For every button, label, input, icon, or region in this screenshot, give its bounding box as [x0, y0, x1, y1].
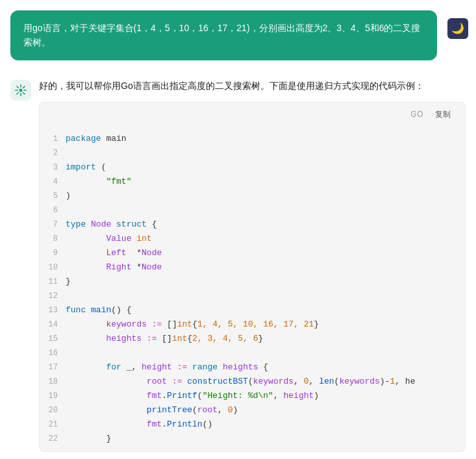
- line-code: }: [66, 275, 465, 289]
- line-number: 10: [40, 260, 66, 275]
- ai-message: 好的，我可以帮你用Go语言画出指定高度的二叉搜索树。下面是使用递归方式实现的代码…: [0, 71, 476, 459]
- code-line: 14 keywords := []int{1, 4, 5, 10, 16, 17…: [40, 317, 465, 332]
- line-code: heights := []int{2, 3, 4, 5, 6}: [66, 332, 465, 346]
- line-code: [66, 146, 465, 160]
- line-number: 2: [40, 146, 66, 160]
- user-message-text: 用go语言，对于关键字集合(1，4，5，10，16，17，21)，分别画出高度为…: [23, 23, 420, 47]
- code-line: 17 for _, height := range heights {: [40, 360, 465, 375]
- code-line: 22 }: [40, 432, 465, 446]
- code-line: 1 package main: [40, 132, 465, 146]
- code-line: 9 Left *Node: [40, 246, 465, 260]
- line-number: 17: [40, 360, 66, 375]
- line-code: "fmt": [66, 175, 465, 189]
- moon-icon: 🌙: [451, 20, 464, 37]
- line-number: 11: [40, 275, 66, 289]
- line-code: package main: [66, 132, 465, 146]
- line-number: 7: [40, 217, 66, 232]
- line-number: 1: [40, 132, 66, 146]
- line-number: 18: [40, 375, 66, 389]
- line-number: 9: [40, 246, 66, 260]
- line-number: 19: [40, 389, 66, 403]
- line-code: [66, 289, 465, 303]
- code-line: 3 import (: [40, 160, 465, 175]
- code-line: 4 "fmt": [40, 175, 465, 189]
- code-line: 11 }: [40, 275, 465, 289]
- line-number: 21: [40, 417, 66, 432]
- user-icon: 🌙: [447, 18, 468, 39]
- user-message: 用go语言，对于关键字集合(1，4，5，10，16，17，21)，分别画出高度为…: [10, 10, 437, 60]
- sparkle-icon: [14, 84, 27, 97]
- code-line: 5 ): [40, 189, 465, 203]
- code-line: 6: [40, 203, 465, 217]
- code-line: 21 fmt.Println(): [40, 417, 465, 432]
- line-code: printTree(root, 0): [66, 403, 465, 417]
- code-block: GO 复制 1 package main 2: [39, 102, 466, 452]
- ai-content: 好的，我可以帮你用Go语言画出指定高度的二叉搜索树。下面是使用递归方式实现的代码…: [39, 79, 466, 452]
- line-code: ): [66, 189, 465, 203]
- line-number: 22: [40, 432, 66, 446]
- copy-button[interactable]: 复制: [431, 108, 455, 121]
- line-number: 15: [40, 332, 66, 346]
- code-line: 12: [40, 289, 465, 303]
- code-line: 18 root := constructBST(keywords, 0, len…: [40, 375, 465, 389]
- code-line: 2: [40, 146, 465, 160]
- line-code: import (: [66, 160, 465, 175]
- code-content: 1 package main 2 3 import (: [40, 127, 465, 451]
- line-number: 16: [40, 346, 66, 360]
- line-number: 6: [40, 203, 66, 217]
- line-code: Right *Node: [66, 260, 465, 275]
- code-header: GO 复制: [40, 103, 465, 127]
- line-code: fmt.Println(): [66, 417, 465, 432]
- chat-container: 用go语言，对于关键字集合(1，4，5，10，16，17，21)，分别画出高度为…: [0, 0, 476, 459]
- line-number: 13: [40, 303, 66, 317]
- code-line: 13 func main() {: [40, 303, 465, 317]
- line-number: 3: [40, 160, 66, 175]
- line-code: for _, height := range heights {: [66, 360, 465, 375]
- code-line: 7 type Node struct {: [40, 217, 465, 232]
- line-code: keywords := []int{1, 4, 5, 10, 16, 17, 2…: [66, 317, 465, 332]
- code-line: 8 Value int: [40, 232, 465, 246]
- line-code: [66, 346, 465, 360]
- code-line: 15 heights := []int{2, 3, 4, 5, 6}: [40, 332, 465, 346]
- line-number: 20: [40, 403, 66, 417]
- line-number: 4: [40, 175, 66, 189]
- ai-intro-text: 好的，我可以帮你用Go语言画出指定高度的二叉搜索树。下面是使用递归方式实现的代码…: [39, 79, 466, 94]
- line-code: }: [66, 432, 465, 446]
- code-line: 16: [40, 346, 465, 360]
- line-number: 8: [40, 232, 66, 246]
- line-code: Left *Node: [66, 246, 465, 260]
- code-line: 19 fmt.Printf("Height: %d\n", height): [40, 389, 465, 403]
- code-line: 10 Right *Node: [40, 260, 465, 275]
- svg-point-0: [19, 88, 23, 92]
- ai-avatar: [10, 80, 31, 101]
- line-code: [66, 203, 465, 217]
- code-language-label: GO: [410, 110, 423, 119]
- line-number: 14: [40, 317, 66, 332]
- line-number: 5: [40, 189, 66, 203]
- line-number: 12: [40, 289, 66, 303]
- line-code: func main() {: [66, 303, 465, 317]
- line-code: fmt.Printf("Height: %d\n", height): [66, 389, 465, 403]
- code-line: 20 printTree(root, 0): [40, 403, 465, 417]
- line-code: type Node struct {: [66, 217, 465, 232]
- line-code: Value int: [66, 232, 465, 246]
- line-code: root := constructBST(keywords, 0, len(ke…: [66, 375, 465, 389]
